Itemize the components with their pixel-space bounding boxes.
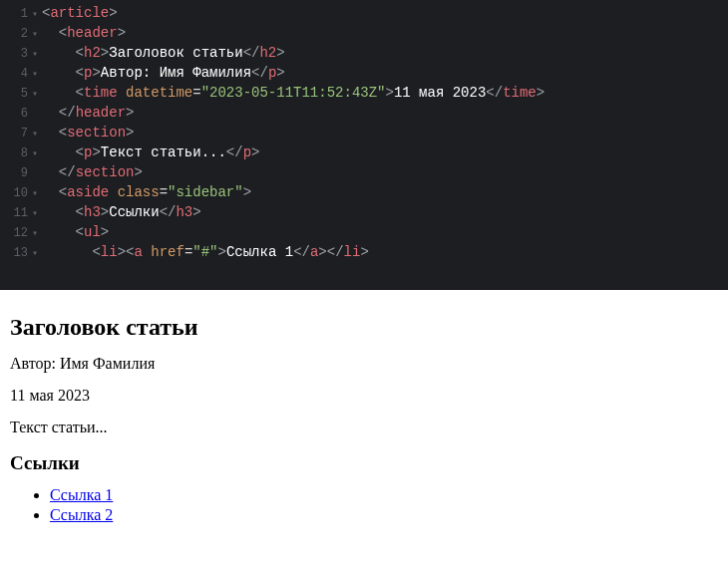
code-content[interactable]: </header> [42, 104, 134, 124]
fold-icon[interactable]: ▾ [28, 88, 42, 102]
line-number: 9 [4, 165, 28, 182]
line-number: 5 [4, 86, 28, 103]
code-line[interactable]: 1▾<article> [0, 4, 728, 24]
code-content[interactable]: </section> [42, 163, 143, 183]
line-number: 13 [4, 245, 28, 262]
code-content[interactable]: <h3>Ссылки</h3> [42, 203, 201, 223]
fold-icon[interactable]: ▾ [28, 128, 42, 141]
preview-date: 11 мая 2023 [10, 387, 718, 405]
preview-link[interactable]: Ссылка 2 [50, 506, 113, 523]
code-line[interactable]: 10▾ <aside class="sidebar"> [0, 183, 728, 203]
code-line[interactable]: 13▾ <li><a href="#">Ссылка 1</a></li> [0, 243, 728, 263]
line-number: 7 [4, 126, 28, 142]
preview-links-list: Ссылка 1 Ссылка 2 [10, 486, 718, 524]
line-number: 12 [4, 225, 28, 242]
fold-icon [28, 167, 42, 181]
preview-body: Текст статьи... [10, 419, 718, 436]
code-content[interactable]: <section> [42, 124, 134, 143]
line-number: 3 [4, 46, 28, 63]
fold-icon[interactable]: ▾ [28, 48, 42, 62]
code-line[interactable]: 7▾ <section> [0, 124, 728, 143]
code-line[interactable]: 5▾ <time datetime="2023-05-11T11:52:43Z"… [0, 84, 728, 104]
line-number: 8 [4, 145, 28, 162]
preview-pane: Заголовок статьи Автор: Имя Фамилия 11 м… [0, 290, 728, 542]
code-line[interactable]: 6 </header> [0, 104, 728, 124]
code-content[interactable]: <ul> [42, 223, 109, 243]
code-content[interactable]: <p>Автор: Имя Фамилия</p> [42, 64, 285, 84]
code-content[interactable]: <h2>Заголовок статьи</h2> [42, 44, 285, 64]
preview-author: Автор: Имя Фамилия [10, 355, 718, 373]
code-editor[interactable]: 1▾<article>2▾ <header>3▾ <h2>Заголовок с… [0, 0, 728, 290]
fold-icon[interactable]: ▾ [28, 207, 42, 221]
code-content[interactable]: <article> [42, 4, 118, 24]
code-content[interactable]: <aside class="sidebar"> [42, 183, 251, 203]
fold-icon[interactable]: ▾ [28, 147, 42, 161]
code-line[interactable]: 11▾ <h3>Ссылки</h3> [0, 203, 728, 223]
line-number: 6 [4, 106, 28, 123]
line-number: 1 [4, 6, 28, 23]
code-line[interactable]: 12▾ <ul> [0, 223, 728, 243]
preview-links-heading: Ссылки [10, 452, 718, 474]
list-item: Ссылка 2 [50, 506, 718, 524]
fold-icon[interactable]: ▾ [28, 68, 42, 82]
fold-icon[interactable]: ▾ [28, 227, 42, 241]
line-number: 4 [4, 66, 28, 83]
line-number: 10 [4, 185, 28, 202]
code-line[interactable]: 9 </section> [0, 163, 728, 183]
preview-link[interactable]: Ссылка 1 [50, 486, 113, 503]
code-line[interactable]: 3▾ <h2>Заголовок статьи</h2> [0, 44, 728, 64]
list-item: Ссылка 1 [50, 486, 718, 504]
code-content[interactable]: <time datetime="2023-05-11T11:52:43Z">11… [42, 84, 545, 104]
line-number: 2 [4, 26, 28, 43]
code-content[interactable]: <header> [42, 24, 126, 44]
code-line[interactable]: 2▾ <header> [0, 24, 728, 44]
code-content[interactable]: <li><a href="#">Ссылка 1</a></li> [42, 243, 369, 263]
preview-heading: Заголовок статьи [10, 314, 718, 341]
fold-icon[interactable]: ▾ [28, 8, 42, 22]
code-line[interactable]: 8▾ <p>Текст статьи...</p> [0, 143, 728, 163]
fold-icon[interactable]: ▾ [28, 28, 42, 42]
fold-icon[interactable]: ▾ [28, 247, 42, 261]
code-line[interactable]: 4▾ <p>Автор: Имя Фамилия</p> [0, 64, 728, 84]
code-content[interactable]: <p>Текст статьи...</p> [42, 143, 259, 163]
fold-icon[interactable]: ▾ [28, 187, 42, 201]
line-number: 11 [4, 205, 28, 222]
fold-icon [28, 108, 42, 122]
